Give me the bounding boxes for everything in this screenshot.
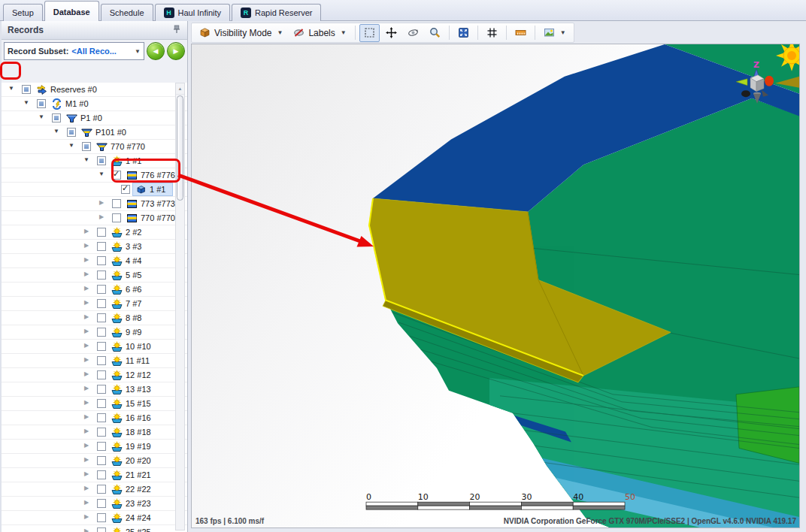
tree-row[interactable]: ▼M1 #0 [2,97,187,111]
tree-row[interactable]: ▶5 #5 [2,268,187,283]
tree-row[interactable]: ▶3 #3 [2,240,187,254]
tree-row[interactable]: ▶10 #10 [2,340,187,354]
grid-button[interactable] [482,24,502,42]
tree-row[interactable]: ▶770 #770 [2,211,187,225]
expander-closed-icon[interactable]: ▶ [82,285,91,292]
tree-row[interactable]: ▶18 #18 [2,425,187,440]
expander-closed-icon[interactable]: ▶ [82,485,91,491]
checkbox-unchecked[interactable] [97,228,106,237]
tree-row[interactable]: ▼Reserves #0 [2,83,187,97]
tree-row[interactable]: ▶25 #25 [2,525,187,532]
expander-open-icon[interactable]: ▼ [97,171,106,177]
expander-closed-icon[interactable]: ▶ [82,271,91,277]
tree-row[interactable]: ✓1 #1 [2,183,187,197]
expander-closed-icon[interactable]: ▶ [82,242,91,249]
expander-closed-icon[interactable]: ▶ [82,228,91,234]
checkbox-unchecked[interactable] [97,399,106,408]
tree-row[interactable]: ▼770 #770 [2,140,187,154]
checkbox-unchecked[interactable] [97,485,106,494]
tab-schedule[interactable]: Schedule [101,4,153,21]
tree-row[interactable]: ▶8 #8 [2,311,187,325]
orbit-button[interactable] [403,24,423,42]
checkbox-checked[interactable]: ✓ [112,171,121,180]
checkbox-unchecked[interactable] [97,470,106,479]
tree-row[interactable]: ▶16 #16 [2,411,187,425]
tree-row[interactable]: ▶15 #15 [2,397,187,411]
checkbox-unchecked[interactable] [97,527,106,532]
tree-row[interactable]: ▶19 #19 [2,440,187,454]
tree-row[interactable]: ▼P1 #0 [2,111,187,125]
scrollbar-up-icon[interactable]: ▲ [176,83,184,95]
visibility-mode-button[interactable]: Visibility Mode▼ [195,24,287,42]
tree-row[interactable]: ▶7 #7 [2,297,187,311]
screenshot-button[interactable]: ▼ [539,24,571,42]
scrollbar-thumb[interactable] [177,95,183,201]
checkbox-partial[interactable] [82,142,91,151]
checkbox-unchecked[interactable] [97,285,106,294]
pin-icon[interactable] [172,23,181,37]
expander-closed-icon[interactable]: ▶ [82,413,91,420]
zoom-extents-button[interactable] [453,24,474,42]
viewport-3d[interactable]: Z 01020304050 163 f [191,44,800,528]
tree-row[interactable]: ▶20 #20 [2,454,187,468]
checkbox-unchecked[interactable] [112,213,121,222]
expander-closed-icon[interactable]: ▶ [82,356,91,363]
expander-open-icon[interactable]: ▼ [7,85,16,92]
checkbox-unchecked[interactable] [97,513,106,522]
tree-row[interactable]: ▶24 #24 [2,511,187,525]
checkbox-partial[interactable] [52,113,61,122]
labels-button[interactable]: Labels▼ [289,24,350,42]
expander-closed-icon[interactable]: ▶ [97,199,106,206]
expander-closed-icon[interactable]: ▶ [82,442,91,449]
checkbox-unchecked[interactable] [97,356,106,365]
tree-row[interactable]: ▶4 #4 [2,254,187,268]
tab-rapid-reserver[interactable]: RRapid Reserver [232,4,321,21]
checkbox-unchecked[interactable] [97,370,106,379]
tab-database[interactable]: Database [44,1,99,21]
checkbox-unchecked[interactable] [112,199,121,208]
checkbox-partial[interactable] [67,128,76,137]
checkbox-unchecked[interactable] [97,385,106,394]
next-record-button[interactable]: ▶ [167,42,185,60]
tree-scrollbar[interactable]: ▲ [175,83,185,530]
expander-closed-icon[interactable]: ▶ [82,513,91,520]
checkbox-unchecked[interactable] [97,456,106,465]
checkbox-unchecked[interactable] [97,428,106,437]
expander-open-icon[interactable]: ▼ [67,142,76,149]
expander-closed-icon[interactable]: ▶ [82,527,91,532]
pan-button[interactable] [381,24,401,42]
tree-row[interactable]: ▼P101 #0 [2,125,187,140]
checkbox-partial[interactable] [22,85,31,94]
tab-setup[interactable]: Setup [3,4,43,21]
tree-row[interactable]: ▶23 #23 [2,497,187,511]
expander-closed-icon[interactable]: ▶ [82,470,91,477]
checkbox-unchecked[interactable] [97,499,106,508]
tree-row[interactable]: ▶13 #13 [2,382,187,397]
expander-open-icon[interactable]: ▼ [52,128,61,135]
record-subset-dropdown[interactable]: Record Subset: <All Reco... ▼ [4,42,144,60]
expander-closed-icon[interactable]: ▶ [82,256,91,263]
checkbox-unchecked[interactable] [97,313,106,322]
tree-row[interactable]: ▶12 #12 [2,368,187,382]
expander-closed-icon[interactable]: ▶ [82,385,91,391]
tree-row[interactable]: ▼1 #1 [2,154,187,168]
checkbox-partial[interactable] [37,99,46,108]
expander-closed-icon[interactable]: ▶ [82,313,91,320]
tree-row[interactable]: ▼✓776 #776 [2,168,187,183]
checkbox-unchecked[interactable] [97,328,106,337]
checkbox-unchecked[interactable] [97,442,106,451]
checkbox-unchecked[interactable] [97,242,106,251]
checkbox-unchecked[interactable] [97,342,106,351]
expander-closed-icon[interactable]: ▶ [82,428,91,434]
expander-closed-icon[interactable]: ▶ [82,456,91,463]
checkbox-checked[interactable]: ✓ [121,185,130,194]
checkbox-unchecked[interactable] [97,256,106,265]
expander-closed-icon[interactable]: ▶ [82,499,91,506]
tree-row[interactable]: ▶11 #11 [2,354,187,368]
previous-record-button[interactable]: ◀ [147,42,165,60]
expander-closed-icon[interactable]: ▶ [82,328,91,334]
tree-row[interactable]: ▶2 #2 [2,225,187,240]
expander-closed-icon[interactable]: ▶ [82,399,91,406]
expander-closed-icon[interactable]: ▶ [82,370,91,377]
tree-row[interactable]: ▶22 #22 [2,482,187,497]
